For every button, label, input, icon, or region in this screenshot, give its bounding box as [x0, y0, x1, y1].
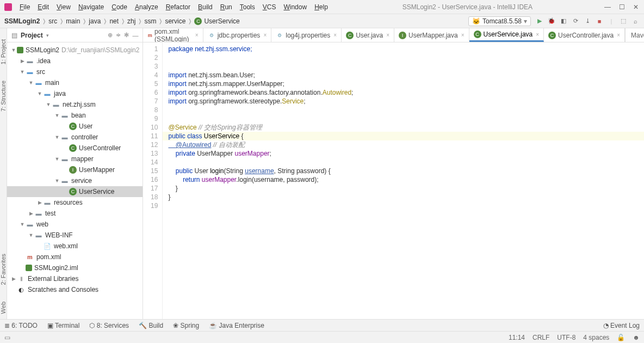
tool-todo[interactable]: ≣ 6: TODO	[4, 322, 38, 329]
tree-node[interactable]: 📄web.xml	[7, 241, 143, 252]
tree-node[interactable]: IUserMapper	[7, 164, 143, 175]
tree-node[interactable]: CUserController	[7, 143, 143, 154]
tree-node[interactable]: ▼▬src	[7, 66, 143, 77]
menu-help[interactable]: Help	[311, 2, 331, 12]
event-log[interactable]: ◔ Event Log	[603, 322, 640, 329]
tree-node[interactable]: ▶▬test	[7, 208, 143, 219]
tree-node[interactable]: ▼SSMLogin2 D:\idr_ruanjian\SSMLogin2	[7, 45, 143, 56]
tree-node[interactable]: mpom.xml	[7, 252, 143, 262]
breadcrumb-item[interactable]: src	[48, 17, 57, 25]
vcs-update-icon[interactable]: ⬚	[619, 17, 628, 26]
breadcrumb[interactable]: SSMLogin2❭src❭main❭java❭net❭zhj❭ssm❭serv…	[4, 17, 240, 25]
breadcrumb-item[interactable]: java	[89, 17, 101, 25]
line-separator[interactable]: CRLF	[532, 334, 549, 341]
status-msg-icon[interactable]: ▭	[4, 334, 10, 341]
tool-web[interactable]: Web	[0, 302, 7, 314]
breadcrumb-item[interactable]: service	[165, 17, 185, 25]
minimize-button[interactable]: —	[604, 3, 611, 11]
debug-button[interactable]: 🐞	[547, 17, 556, 26]
menu-edit[interactable]: Edit	[34, 2, 52, 12]
tree-node[interactable]: CUser	[7, 121, 143, 132]
menu-navigate[interactable]: Navigate	[75, 2, 107, 12]
read-only-icon[interactable]: 🔓	[617, 334, 625, 341]
tree-node[interactable]: ◐Scratches and Consoles	[7, 284, 143, 295]
editor-tabs[interactable]: mpom.xml (SSMLogin)×⚙jdbc.properties×⚙lo…	[143, 28, 644, 42]
breadcrumb-item[interactable]: SSMLogin2	[4, 17, 40, 25]
editor-tab[interactable]: ⚙log4j.properties×	[271, 28, 342, 42]
close-tab-icon[interactable]: ×	[617, 32, 620, 38]
tool-structure[interactable]: 7: Structure	[0, 81, 7, 112]
main-menu[interactable]: FileEditViewNavigateCodeAnalyzeRefactorB…	[16, 2, 331, 12]
tool-spring[interactable]: ❀ Spring	[173, 322, 199, 329]
tree-node[interactable]: ▼▬bean	[7, 110, 143, 121]
editor-tab[interactable]: IUserMapper.java×	[394, 28, 469, 42]
tree-node[interactable]: ▼▬WEB-INF	[7, 230, 143, 241]
tool-project[interactable]: 1: Project	[0, 39, 7, 64]
breadcrumb-item[interactable]: ssm	[144, 17, 156, 25]
close-tab-icon[interactable]: ×	[461, 32, 465, 38]
close-tab-icon[interactable]: ×	[195, 32, 199, 38]
menu-analyze[interactable]: Analyze	[132, 2, 162, 12]
file-encoding[interactable]: UTF-8	[557, 334, 575, 341]
breadcrumb-item[interactable]: UserService	[204, 17, 239, 25]
tree-node[interactable]: SSMLogin2.iml	[7, 262, 143, 273]
editor-tab[interactable]: CUser.java×	[342, 28, 394, 42]
editor-tab[interactable]: CUserController.java×	[544, 28, 625, 42]
run-config-selector[interactable]: 🐱 Tomcat8.5.58 ▾	[468, 16, 531, 26]
menu-build[interactable]: Build	[195, 2, 216, 12]
menu-view[interactable]: View	[53, 2, 74, 12]
tree-node[interactable]: ▶▬resources	[7, 197, 143, 208]
close-tab-icon[interactable]: ×	[263, 32, 267, 38]
tree-node[interactable]: ▼▬service	[7, 175, 143, 186]
breadcrumb-item[interactable]: zhj	[127, 17, 135, 25]
tree-node[interactable]: ▼▬net.zhj.ssm	[7, 99, 143, 110]
editor-tab[interactable]: ⚙jdbc.properties×	[203, 28, 272, 42]
profile-button[interactable]: ⟳	[571, 17, 580, 26]
breadcrumb-item[interactable]: net	[109, 17, 119, 25]
tool-services[interactable]: ⬡ 8: Services	[89, 322, 129, 329]
menu-window[interactable]: Window	[280, 2, 310, 12]
menu-refactor[interactable]: Refactor	[163, 2, 194, 12]
editor-tab[interactable]: CUserService.java×	[469, 28, 544, 42]
maven-tool-tab[interactable]: Maven	[625, 28, 644, 42]
breadcrumb-item[interactable]: main	[66, 17, 80, 25]
tree-node[interactable]: ▼▬java	[7, 88, 143, 99]
indent-setting[interactable]: 4 spaces	[583, 334, 609, 341]
menu-code[interactable]: Code	[108, 2, 131, 12]
run-button[interactable]: ▶	[535, 17, 544, 26]
tree-node[interactable]: ▼▬mapper	[7, 154, 143, 164]
close-button[interactable]: ✕	[632, 3, 640, 11]
tree-node[interactable]: ▶⫴External Libraries	[7, 273, 143, 284]
tool-build[interactable]: 🔨 Build	[139, 322, 163, 329]
coverage-button[interactable]: ◧	[559, 17, 568, 26]
tool-java-ee[interactable]: ☕ Java Enterprise	[209, 322, 264, 329]
expand-all-icon[interactable]: ≑	[116, 32, 121, 39]
editor-tab[interactable]: mpom.xml (SSMLogin)×	[143, 28, 203, 42]
stop-button[interactable]: ■	[595, 17, 604, 26]
hide-icon[interactable]: —	[132, 32, 138, 39]
tool-terminal[interactable]: ▣ Terminal	[47, 322, 79, 329]
collapse-icon[interactable]: ✻	[124, 32, 129, 39]
line-number-gutter[interactable]: 12345678910111213141516171819	[143, 42, 163, 319]
code-content[interactable]: ⌄ package net.zhj.ssm.service; import ne…	[163, 42, 644, 319]
inspections-icon[interactable]: ☻	[633, 334, 640, 341]
menu-run[interactable]: Run	[217, 2, 236, 12]
close-tab-icon[interactable]: ×	[536, 32, 539, 38]
close-tab-icon[interactable]: ×	[386, 32, 389, 38]
project-view-title[interactable]: Project	[21, 32, 43, 39]
tree-node[interactable]: ▶▬.idea	[7, 56, 143, 66]
project-tree[interactable]: ▼SSMLogin2 D:\idr_ruanjian\SSMLogin2▶▬.i…	[7, 42, 143, 319]
tool-favorites[interactable]: 2: Favorites	[0, 254, 7, 285]
tree-node[interactable]: CUserService	[7, 186, 143, 197]
tree-node[interactable]: ▼▬main	[7, 77, 143, 88]
attach-button[interactable]: ⤓	[583, 17, 592, 26]
caret-position[interactable]: 11:14	[509, 334, 525, 341]
menu-tools[interactable]: Tools	[237, 2, 258, 12]
close-tab-icon[interactable]: ×	[333, 32, 337, 38]
tree-node[interactable]: ▼▬controller	[7, 132, 143, 143]
search-everywhere-icon[interactable]: ⌕	[631, 17, 640, 26]
menu-file[interactable]: File	[16, 2, 33, 12]
select-opened-icon[interactable]: ⊕	[108, 32, 113, 39]
maximize-button[interactable]: ☐	[618, 3, 626, 11]
tree-node[interactable]: ▼▬web	[7, 219, 143, 230]
